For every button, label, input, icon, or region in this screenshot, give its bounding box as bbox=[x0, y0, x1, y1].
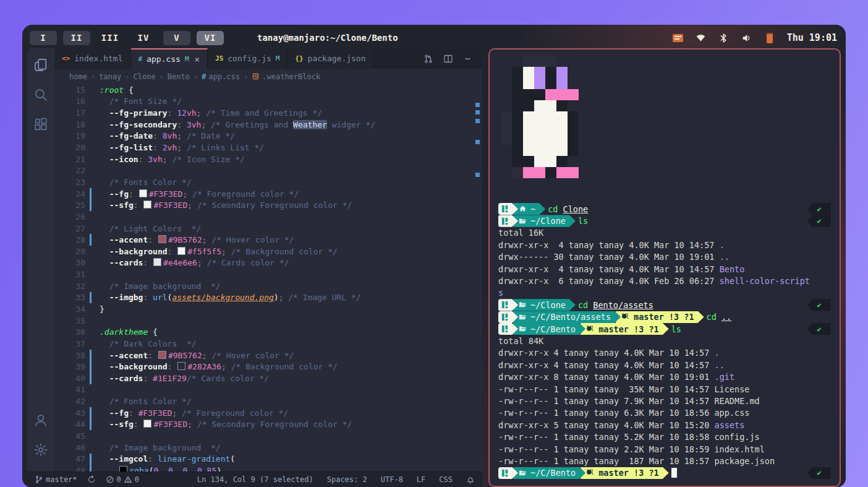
gutter bbox=[90, 153, 91, 165]
errors-icon bbox=[106, 475, 114, 484]
gutter bbox=[90, 119, 91, 131]
gutter bbox=[90, 395, 91, 407]
terminal-prompt-line: ~cd Clone✔ bbox=[498, 203, 831, 215]
problems-indicator[interactable]: 0 0 bbox=[106, 475, 139, 484]
class-symbol-icon bbox=[252, 72, 260, 80]
errors-count: 0 bbox=[117, 475, 121, 484]
color-swatch[interactable] bbox=[158, 235, 166, 243]
battery-icon[interactable] bbox=[764, 32, 776, 43]
ruler-change-mark bbox=[475, 119, 480, 123]
tab-label: config.js bbox=[228, 54, 271, 63]
color-swatch[interactable] bbox=[177, 247, 185, 255]
tab-package.json[interactable]: {}package.json bbox=[287, 48, 373, 69]
workspace-iii[interactable]: III bbox=[96, 31, 124, 45]
cwd-segment: ~/C/Bento bbox=[513, 467, 585, 479]
activity-account-icon[interactable] bbox=[33, 412, 49, 428]
git-status-segment: master !3 ?1 bbox=[581, 467, 669, 479]
breadcrumb-item-home[interactable]: home bbox=[69, 72, 87, 81]
encoding-setting[interactable]: UTF-8 bbox=[381, 475, 403, 484]
penguin-pixel-art bbox=[501, 56, 579, 178]
color-swatch[interactable] bbox=[139, 189, 147, 197]
breadcrumb-item--weatherBlock[interactable]: .weatherBlock bbox=[252, 72, 320, 81]
code-line-31: 31 bbox=[54, 269, 482, 280]
language-mode[interactable]: CSS bbox=[439, 475, 453, 484]
compare-icon[interactable] bbox=[423, 53, 434, 64]
gutter bbox=[90, 176, 91, 188]
terminal-prompt-line: ~/C/Bento/assetsmaster !3 ?1cd .. bbox=[498, 311, 831, 323]
tab-app.css[interactable]: #app.cssM× bbox=[131, 48, 208, 69]
overview-ruler[interactable] bbox=[474, 84, 482, 472]
volume-icon[interactable] bbox=[741, 32, 753, 43]
activity-bar bbox=[27, 48, 54, 472]
close-tab-icon[interactable]: × bbox=[195, 54, 200, 64]
folder-icon bbox=[519, 469, 527, 477]
code-line-15: 15:root { bbox=[54, 84, 482, 96]
command-argument: Clone bbox=[563, 204, 589, 214]
gutter bbox=[90, 303, 91, 315]
tab-index.html[interactable]: <>index.html bbox=[54, 48, 131, 69]
color-swatch[interactable] bbox=[158, 351, 166, 359]
code-line-35: 35 bbox=[54, 315, 482, 327]
gutter bbox=[90, 338, 91, 350]
activity-files-icon[interactable] bbox=[33, 57, 49, 73]
color-swatch[interactable] bbox=[143, 200, 151, 209]
git-branch-indicator[interactable]: master* bbox=[35, 475, 77, 484]
command-argument: Bento/assets bbox=[593, 300, 653, 310]
wifi-icon[interactable] bbox=[695, 32, 707, 43]
workspace-ii[interactable]: II bbox=[63, 31, 90, 45]
gutter bbox=[90, 107, 91, 119]
terminal-window[interactable]: ~cd Clone✔~/Clonels✔total 16Kdrwxr-xr-x … bbox=[488, 48, 841, 487]
indentation-setting[interactable]: Spaces: 2 bbox=[327, 475, 367, 484]
tab-label: app.css bbox=[147, 54, 181, 64]
activity-extensions-icon[interactable] bbox=[33, 116, 49, 132]
folder-icon bbox=[519, 217, 527, 225]
breadcrumb-item-Bento[interactable]: Bento bbox=[168, 72, 190, 81]
activity-search-icon[interactable] bbox=[33, 87, 49, 103]
terminal-output-line: total 84K bbox=[498, 335, 831, 347]
ruler-change-mark bbox=[475, 173, 480, 177]
gutter-change-indicator bbox=[90, 199, 91, 211]
code-line-18: 18 --fg-secondary: 3vh; /* Greetings and… bbox=[54, 119, 482, 131]
command-argument: .. bbox=[721, 312, 731, 322]
more-actions-icon[interactable]: ⋯ bbox=[462, 53, 474, 64]
code-line-48: 48 rgba(0, 0, 0, 0.85), bbox=[54, 465, 482, 472]
terminal-output: ~cd Clone✔~/Clonels✔total 16Kdrwxr-xr-x … bbox=[498, 203, 831, 479]
notes-icon[interactable] bbox=[672, 32, 684, 43]
split-editor-icon[interactable] bbox=[443, 53, 454, 64]
workspace-vi[interactable]: VI bbox=[197, 31, 224, 45]
breadcrumb-item-Clone[interactable]: Clone bbox=[134, 72, 156, 81]
modified-badge: M bbox=[276, 54, 280, 62]
cwd-segment: ~/C/Bento/assets bbox=[513, 311, 621, 323]
code-editor[interactable]: 15:root {16 /* Font Size */17 --fg-prima… bbox=[54, 84, 482, 472]
code-line-37: 37 /* Dark Colors */ bbox=[54, 338, 482, 350]
color-swatch[interactable] bbox=[119, 466, 127, 472]
bluetooth-icon[interactable] bbox=[718, 32, 730, 43]
sync-button[interactable] bbox=[87, 475, 96, 484]
code-line-19: 19 --fg-date: 8vh; /* Date */ bbox=[54, 131, 482, 142]
workspace-iv[interactable]: IV bbox=[130, 31, 157, 45]
gutter-change-indicator bbox=[90, 465, 91, 472]
workspace-switcher: IIIIIIIVVVI bbox=[30, 31, 230, 45]
color-swatch[interactable] bbox=[177, 362, 185, 370]
breadcrumb-item-app-css[interactable]: #app.css bbox=[202, 72, 240, 81]
workspace-v[interactable]: V bbox=[163, 31, 190, 45]
color-swatch[interactable] bbox=[143, 420, 151, 428]
code-line-41: 41 bbox=[54, 384, 482, 396]
folder-icon bbox=[519, 301, 527, 309]
gutter bbox=[90, 84, 91, 96]
notifications-bell[interactable] bbox=[466, 475, 475, 484]
breadcrumb-item-tanay[interactable]: tanay bbox=[99, 72, 121, 81]
tab-config.js[interactable]: JSconfig.jsM bbox=[208, 48, 287, 69]
top-bar: IIIIIIIVVVI tanay@manjaro:~/Clone/Bento … bbox=[22, 25, 846, 48]
gutter-change-indicator bbox=[90, 419, 91, 431]
code-line-24: 24 --fg: #F3F3ED; /* Foreground color */ bbox=[54, 188, 482, 200]
cwd-segment: ~/C/Bento bbox=[513, 323, 585, 335]
color-swatch[interactable] bbox=[153, 258, 161, 266]
code-line-28: 28 --accent: #9B5762; /* Hover color */ bbox=[54, 234, 482, 246]
cursor-position[interactable]: Ln 134, Col 9 (7 selected) bbox=[197, 475, 313, 484]
eol-setting[interactable]: LF bbox=[417, 475, 425, 484]
gutter bbox=[90, 257, 91, 269]
workspace-i[interactable]: I bbox=[30, 31, 57, 45]
folder-icon bbox=[519, 325, 527, 333]
activity-settings-icon[interactable] bbox=[33, 442, 49, 458]
